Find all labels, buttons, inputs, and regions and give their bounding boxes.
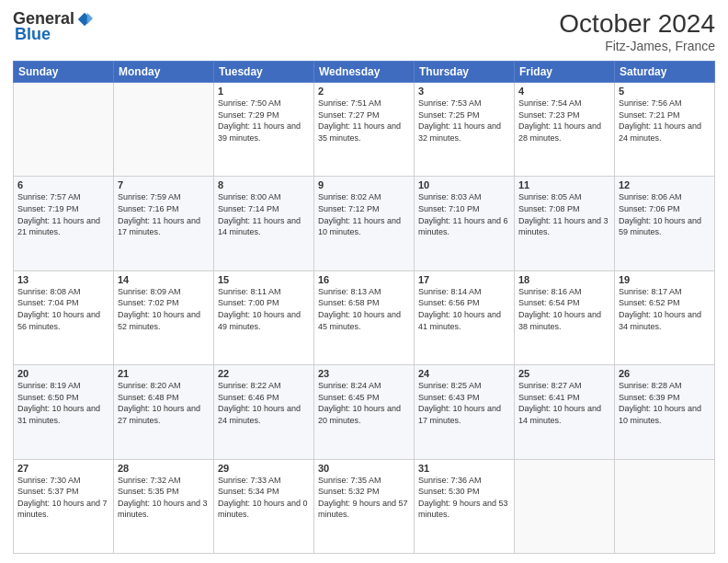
- calendar-day-cell: 7Sunrise: 7:59 AMSunset: 7:16 PMDaylight…: [114, 177, 214, 270]
- calendar-day-cell: 16Sunrise: 8:13 AMSunset: 6:58 PMDayligh…: [314, 270, 415, 364]
- calendar-day-cell: 15Sunrise: 8:11 AMSunset: 7:00 PMDayligh…: [214, 270, 314, 364]
- calendar-week-row: 13Sunrise: 8:08 AMSunset: 7:04 PMDayligh…: [14, 270, 715, 364]
- calendar-week-row: 6Sunrise: 7:57 AMSunset: 7:19 PMDaylight…: [14, 177, 715, 270]
- calendar-day-cell: 24Sunrise: 8:25 AMSunset: 6:43 PMDayligh…: [415, 365, 515, 459]
- weekday-header: Thursday: [415, 62, 515, 83]
- calendar-day-cell: 27Sunrise: 7:30 AMSunset: 5:37 PMDayligh…: [14, 459, 114, 553]
- day-info: Sunrise: 7:57 AMSunset: 7:19 PMDaylight:…: [17, 191, 109, 237]
- day-number: 2: [318, 86, 410, 97]
- calendar-day-cell: 3Sunrise: 7:53 AMSunset: 7:25 PMDaylight…: [415, 83, 515, 177]
- weekday-header: Saturday: [615, 62, 715, 83]
- weekday-header: Friday: [515, 62, 615, 83]
- calendar-day-cell: 20Sunrise: 8:19 AMSunset: 6:50 PMDayligh…: [14, 365, 114, 459]
- calendar-table: SundayMondayTuesdayWednesdayThursdayFrid…: [13, 61, 715, 554]
- day-info: Sunrise: 8:08 AMSunset: 7:04 PMDaylight:…: [17, 286, 109, 332]
- day-number: 16: [318, 274, 410, 285]
- logo: General Blue: [13, 9, 93, 44]
- logo-icon: [76, 11, 93, 28]
- day-number: 3: [418, 86, 510, 97]
- day-info: Sunrise: 8:16 AMSunset: 6:54 PMDaylight:…: [518, 286, 610, 332]
- day-info: Sunrise: 8:05 AMSunset: 7:08 PMDaylight:…: [518, 191, 610, 237]
- day-info: Sunrise: 8:25 AMSunset: 6:43 PMDaylight:…: [418, 380, 510, 426]
- svg-marker-1: [87, 12, 93, 24]
- day-number: 29: [218, 463, 310, 474]
- day-info: Sunrise: 8:00 AMSunset: 7:14 PMDaylight:…: [218, 191, 310, 237]
- day-info: Sunrise: 8:13 AMSunset: 6:58 PMDaylight:…: [318, 286, 410, 332]
- calendar-day-cell: 19Sunrise: 8:17 AMSunset: 6:52 PMDayligh…: [615, 270, 715, 364]
- calendar-day-cell: 8Sunrise: 8:00 AMSunset: 7:14 PMDaylight…: [214, 177, 314, 270]
- day-number: 7: [118, 179, 210, 190]
- logo-blue-text: Blue: [15, 25, 51, 44]
- day-info: Sunrise: 8:09 AMSunset: 7:02 PMDaylight:…: [118, 286, 210, 332]
- calendar-day-cell: 25Sunrise: 8:27 AMSunset: 6:41 PMDayligh…: [515, 365, 615, 459]
- day-number: 10: [418, 179, 510, 190]
- day-info: Sunrise: 7:32 AMSunset: 5:35 PMDaylight:…: [118, 475, 210, 521]
- calendar-day-cell: 28Sunrise: 7:32 AMSunset: 5:35 PMDayligh…: [114, 459, 214, 553]
- day-number: 12: [619, 179, 711, 190]
- weekday-header: Monday: [114, 62, 214, 83]
- day-info: Sunrise: 7:35 AMSunset: 5:32 PMDaylight:…: [318, 475, 410, 521]
- day-number: 20: [17, 368, 109, 379]
- day-info: Sunrise: 7:51 AMSunset: 7:27 PMDaylight:…: [318, 98, 410, 144]
- day-info: Sunrise: 8:20 AMSunset: 6:48 PMDaylight:…: [118, 380, 210, 426]
- day-info: Sunrise: 7:36 AMSunset: 5:30 PMDaylight:…: [418, 475, 510, 521]
- day-info: Sunrise: 7:59 AMSunset: 7:16 PMDaylight:…: [118, 191, 210, 237]
- day-number: 13: [17, 274, 109, 285]
- day-info: Sunrise: 7:33 AMSunset: 5:34 PMDaylight:…: [218, 475, 310, 521]
- day-number: 28: [118, 463, 210, 474]
- day-info: Sunrise: 7:56 AMSunset: 7:21 PMDaylight:…: [619, 98, 711, 144]
- location-subtitle: Fitz-James, France: [559, 39, 715, 53]
- calendar-day-cell: 31Sunrise: 7:36 AMSunset: 5:30 PMDayligh…: [415, 459, 515, 553]
- day-info: Sunrise: 8:28 AMSunset: 6:39 PMDaylight:…: [619, 380, 711, 426]
- calendar-day-cell: [114, 83, 214, 177]
- calendar-day-cell: 4Sunrise: 7:54 AMSunset: 7:23 PMDaylight…: [515, 83, 615, 177]
- calendar-day-cell: 17Sunrise: 8:14 AMSunset: 6:56 PMDayligh…: [415, 270, 515, 364]
- calendar-day-cell: 1Sunrise: 7:50 AMSunset: 7:29 PMDaylight…: [214, 83, 314, 177]
- day-info: Sunrise: 8:03 AMSunset: 7:10 PMDaylight:…: [418, 191, 510, 237]
- day-number: 27: [17, 463, 109, 474]
- calendar-day-cell: 11Sunrise: 8:05 AMSunset: 7:08 PMDayligh…: [515, 177, 615, 270]
- day-number: 4: [518, 86, 610, 97]
- day-number: 14: [118, 274, 210, 285]
- day-info: Sunrise: 8:27 AMSunset: 6:41 PMDaylight:…: [518, 380, 610, 426]
- day-number: 6: [17, 179, 109, 190]
- weekday-header-row: SundayMondayTuesdayWednesdayThursdayFrid…: [14, 62, 715, 83]
- day-number: 30: [318, 463, 410, 474]
- day-number: 23: [318, 368, 410, 379]
- day-number: 17: [418, 274, 510, 285]
- day-info: Sunrise: 8:02 AMSunset: 7:12 PMDaylight:…: [318, 191, 410, 237]
- day-info: Sunrise: 8:19 AMSunset: 6:50 PMDaylight:…: [17, 380, 109, 426]
- day-info: Sunrise: 8:22 AMSunset: 6:46 PMDaylight:…: [218, 380, 310, 426]
- calendar-day-cell: 29Sunrise: 7:33 AMSunset: 5:34 PMDayligh…: [214, 459, 314, 553]
- month-title: October 2024: [559, 9, 715, 39]
- calendar-day-cell: 18Sunrise: 8:16 AMSunset: 6:54 PMDayligh…: [515, 270, 615, 364]
- day-info: Sunrise: 8:17 AMSunset: 6:52 PMDaylight:…: [619, 286, 711, 332]
- calendar-day-cell: 5Sunrise: 7:56 AMSunset: 7:21 PMDaylight…: [615, 83, 715, 177]
- day-number: 25: [518, 368, 610, 379]
- header: General Blue October 2024 Fitz-James, Fr…: [13, 9, 715, 53]
- day-info: Sunrise: 8:24 AMSunset: 6:45 PMDaylight:…: [318, 380, 410, 426]
- day-number: 24: [418, 368, 510, 379]
- day-number: 8: [218, 179, 310, 190]
- day-info: Sunrise: 7:50 AMSunset: 7:29 PMDaylight:…: [218, 98, 310, 144]
- calendar-week-row: 27Sunrise: 7:30 AMSunset: 5:37 PMDayligh…: [14, 459, 715, 553]
- title-block: October 2024 Fitz-James, France: [559, 9, 715, 53]
- day-info: Sunrise: 8:06 AMSunset: 7:06 PMDaylight:…: [619, 191, 711, 237]
- day-info: Sunrise: 7:54 AMSunset: 7:23 PMDaylight:…: [518, 98, 610, 144]
- day-number: 15: [218, 274, 310, 285]
- day-number: 19: [619, 274, 711, 285]
- day-number: 21: [118, 368, 210, 379]
- day-number: 31: [418, 463, 510, 474]
- calendar-day-cell: 30Sunrise: 7:35 AMSunset: 5:32 PMDayligh…: [314, 459, 415, 553]
- day-info: Sunrise: 7:30 AMSunset: 5:37 PMDaylight:…: [17, 475, 109, 521]
- weekday-header: Sunday: [14, 62, 114, 83]
- weekday-header: Wednesday: [314, 62, 415, 83]
- day-number: 11: [518, 179, 610, 190]
- calendar-day-cell: 12Sunrise: 8:06 AMSunset: 7:06 PMDayligh…: [615, 177, 715, 270]
- day-number: 5: [619, 86, 711, 97]
- calendar-day-cell: 6Sunrise: 7:57 AMSunset: 7:19 PMDaylight…: [14, 177, 114, 270]
- calendar-week-row: 1Sunrise: 7:50 AMSunset: 7:29 PMDaylight…: [14, 83, 715, 177]
- calendar-day-cell: [515, 459, 615, 553]
- day-info: Sunrise: 7:53 AMSunset: 7:25 PMDaylight:…: [418, 98, 510, 144]
- calendar-day-cell: 9Sunrise: 8:02 AMSunset: 7:12 PMDaylight…: [314, 177, 415, 270]
